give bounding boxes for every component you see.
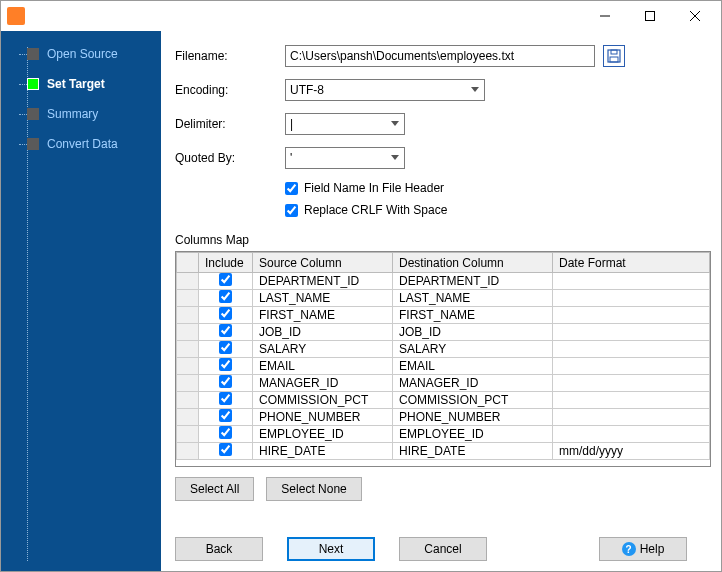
source-cell[interactable]: EMAIL bbox=[253, 358, 393, 375]
row-header[interactable] bbox=[177, 358, 199, 375]
table-row[interactable]: PHONE_NUMBERPHONE_NUMBER bbox=[177, 409, 710, 426]
row-header[interactable] bbox=[177, 392, 199, 409]
table-row[interactable]: DEPARTMENT_IDDEPARTMENT_ID bbox=[177, 273, 710, 290]
format-cell[interactable] bbox=[553, 358, 710, 375]
include-cell[interactable] bbox=[199, 307, 253, 324]
include-checkbox[interactable] bbox=[219, 392, 232, 405]
row-header[interactable] bbox=[177, 375, 199, 392]
replace-crlf-checkbox[interactable] bbox=[285, 204, 298, 217]
include-cell[interactable] bbox=[199, 443, 253, 460]
dest-cell[interactable]: JOB_ID bbox=[393, 324, 553, 341]
dest-cell[interactable]: EMAIL bbox=[393, 358, 553, 375]
include-cell[interactable] bbox=[199, 358, 253, 375]
replace-crlf-label[interactable]: Replace CRLF With Space bbox=[304, 203, 447, 217]
delimiter-select[interactable]: | bbox=[285, 113, 405, 135]
include-checkbox[interactable] bbox=[219, 375, 232, 388]
format-cell[interactable] bbox=[553, 307, 710, 324]
col-dest[interactable]: Destination Column bbox=[393, 253, 553, 273]
row-header[interactable] bbox=[177, 426, 199, 443]
source-cell[interactable]: DEPARTMENT_ID bbox=[253, 273, 393, 290]
row-header[interactable] bbox=[177, 307, 199, 324]
dest-cell[interactable]: HIRE_DATE bbox=[393, 443, 553, 460]
maximize-button[interactable] bbox=[627, 2, 672, 30]
encoding-select[interactable]: UTF-8 bbox=[285, 79, 485, 101]
include-checkbox[interactable] bbox=[219, 358, 232, 371]
include-cell[interactable] bbox=[199, 273, 253, 290]
dest-cell[interactable]: MANAGER_ID bbox=[393, 375, 553, 392]
format-cell[interactable] bbox=[553, 341, 710, 358]
include-checkbox[interactable] bbox=[219, 409, 232, 422]
table-row[interactable]: LAST_NAMELAST_NAME bbox=[177, 290, 710, 307]
dest-cell[interactable]: LAST_NAME bbox=[393, 290, 553, 307]
include-checkbox[interactable] bbox=[219, 341, 232, 354]
include-cell[interactable] bbox=[199, 426, 253, 443]
format-cell[interactable] bbox=[553, 273, 710, 290]
help-button[interactable]: ? Help bbox=[599, 537, 687, 561]
dest-cell[interactable]: SALARY bbox=[393, 341, 553, 358]
back-button[interactable]: Back bbox=[175, 537, 263, 561]
format-cell[interactable]: mm/dd/yyyy bbox=[553, 443, 710, 460]
table-row[interactable]: MANAGER_IDMANAGER_ID bbox=[177, 375, 710, 392]
include-cell[interactable] bbox=[199, 375, 253, 392]
dest-cell[interactable]: DEPARTMENT_ID bbox=[393, 273, 553, 290]
sidebar-item-set-target[interactable]: Set Target bbox=[19, 77, 161, 91]
sidebar-item-open-source[interactable]: Open Source bbox=[19, 47, 161, 61]
table-row[interactable]: EMAILEMAIL bbox=[177, 358, 710, 375]
columns-grid[interactable]: Include Source Column Destination Column… bbox=[175, 251, 711, 467]
source-cell[interactable]: SALARY bbox=[253, 341, 393, 358]
field-header-label[interactable]: Field Name In File Header bbox=[304, 181, 444, 195]
filename-input[interactable] bbox=[285, 45, 595, 67]
source-cell[interactable]: LAST_NAME bbox=[253, 290, 393, 307]
include-checkbox[interactable] bbox=[219, 426, 232, 439]
source-cell[interactable]: FIRST_NAME bbox=[253, 307, 393, 324]
source-cell[interactable]: EMPLOYEE_ID bbox=[253, 426, 393, 443]
table-row[interactable]: COMMISSION_PCTCOMMISSION_PCT bbox=[177, 392, 710, 409]
select-none-button[interactable]: Select None bbox=[266, 477, 361, 501]
field-header-checkbox[interactable] bbox=[285, 182, 298, 195]
include-cell[interactable] bbox=[199, 290, 253, 307]
include-checkbox[interactable] bbox=[219, 290, 232, 303]
dest-cell[interactable]: PHONE_NUMBER bbox=[393, 409, 553, 426]
row-header[interactable] bbox=[177, 409, 199, 426]
row-header[interactable] bbox=[177, 443, 199, 460]
source-cell[interactable]: PHONE_NUMBER bbox=[253, 409, 393, 426]
dest-cell[interactable]: FIRST_NAME bbox=[393, 307, 553, 324]
format-cell[interactable] bbox=[553, 324, 710, 341]
row-header[interactable] bbox=[177, 290, 199, 307]
table-row[interactable]: HIRE_DATEHIRE_DATEmm/dd/yyyy bbox=[177, 443, 710, 460]
include-cell[interactable] bbox=[199, 324, 253, 341]
row-header[interactable] bbox=[177, 324, 199, 341]
row-header[interactable] bbox=[177, 341, 199, 358]
row-header[interactable] bbox=[177, 273, 199, 290]
source-cell[interactable]: COMMISSION_PCT bbox=[253, 392, 393, 409]
table-row[interactable]: JOB_IDJOB_ID bbox=[177, 324, 710, 341]
format-cell[interactable] bbox=[553, 375, 710, 392]
table-row[interactable]: EMPLOYEE_IDEMPLOYEE_ID bbox=[177, 426, 710, 443]
include-cell[interactable] bbox=[199, 341, 253, 358]
close-button[interactable] bbox=[672, 2, 717, 30]
quotedby-select[interactable]: ' bbox=[285, 147, 405, 169]
include-checkbox[interactable] bbox=[219, 307, 232, 320]
format-cell[interactable] bbox=[553, 409, 710, 426]
browse-button[interactable] bbox=[603, 45, 625, 67]
format-cell[interactable] bbox=[553, 290, 710, 307]
include-checkbox[interactable] bbox=[219, 324, 232, 337]
include-checkbox[interactable] bbox=[219, 273, 232, 286]
col-format[interactable]: Date Format bbox=[553, 253, 710, 273]
include-checkbox[interactable] bbox=[219, 443, 232, 456]
col-include[interactable]: Include bbox=[199, 253, 253, 273]
minimize-button[interactable] bbox=[582, 2, 627, 30]
source-cell[interactable]: MANAGER_ID bbox=[253, 375, 393, 392]
sidebar-item-summary[interactable]: Summary bbox=[19, 107, 161, 121]
format-cell[interactable] bbox=[553, 392, 710, 409]
source-cell[interactable]: JOB_ID bbox=[253, 324, 393, 341]
dest-cell[interactable]: COMMISSION_PCT bbox=[393, 392, 553, 409]
select-all-button[interactable]: Select All bbox=[175, 477, 254, 501]
source-cell[interactable]: HIRE_DATE bbox=[253, 443, 393, 460]
next-button[interactable]: Next bbox=[287, 537, 375, 561]
sidebar-item-convert-data[interactable]: Convert Data bbox=[19, 137, 161, 151]
include-cell[interactable] bbox=[199, 392, 253, 409]
table-row[interactable]: SALARYSALARY bbox=[177, 341, 710, 358]
dest-cell[interactable]: EMPLOYEE_ID bbox=[393, 426, 553, 443]
table-row[interactable]: FIRST_NAMEFIRST_NAME bbox=[177, 307, 710, 324]
